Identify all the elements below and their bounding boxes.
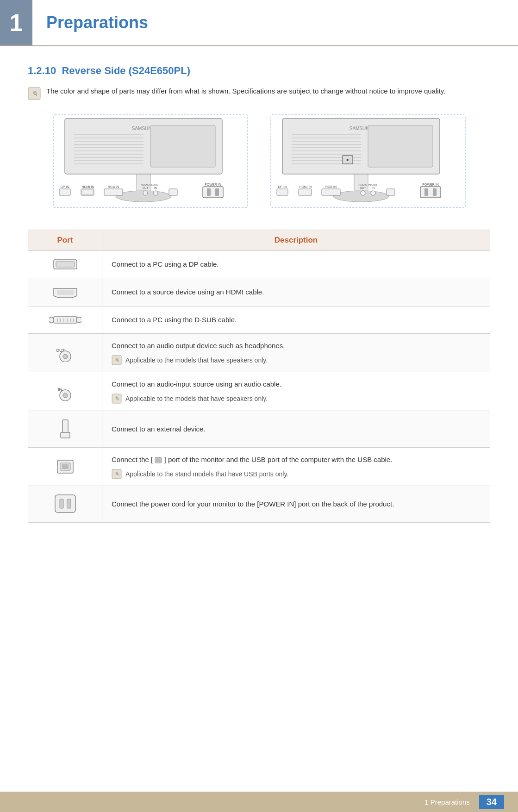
- svg-text:IN: IN: [154, 187, 157, 189]
- svg-point-87: [63, 393, 68, 398]
- svg-text:RGB IN: RGB IN: [107, 185, 119, 188]
- table-row: Connect the [ ] port of the monitor and …: [28, 447, 490, 486]
- diagram-left: SAMSUNG DP IN: [51, 114, 250, 211]
- svg-text:AUDIO IN/OUT: AUDIO IN/OUT: [141, 183, 160, 186]
- svg-text:OUT: OUT: [142, 187, 148, 189]
- chapter-number: 1: [0, 0, 32, 45]
- port-cell-dp: [28, 251, 102, 278]
- sub-note-icon-3: ✎: [112, 469, 122, 479]
- page-title: Preparations: [32, 0, 162, 45]
- port-cell-audio-in: IN: [28, 372, 102, 411]
- svg-rect-23: [104, 189, 123, 195]
- svg-text:AUDIO IN/OUT: AUDIO IN/OUT: [358, 183, 377, 186]
- svg-rect-101: [67, 499, 71, 508]
- desc-cell-hdmi: Connect to a source device using an HDMI…: [102, 278, 490, 306]
- table-row: Connect to a PC using a DP cable.: [28, 251, 490, 278]
- svg-rect-53: [277, 189, 288, 195]
- svg-rect-99: [55, 495, 75, 512]
- sub-note-usb-sq: ✎ Applicable to the stand models that ha…: [112, 469, 481, 479]
- table-row: IN Connect to an audio-input source usin…: [28, 372, 490, 411]
- svg-text:POWER IN: POWER IN: [205, 183, 221, 186]
- svg-text:OUT: OUT: [360, 187, 366, 189]
- svg-rect-66: [424, 188, 428, 196]
- sub-note-icon: ✎: [112, 355, 122, 365]
- svg-rect-48: [368, 125, 433, 167]
- svg-rect-96: [156, 458, 161, 462]
- svg-text:POWER IN: POWER IN: [422, 183, 438, 186]
- table-row: Connect to a source device using an HDMI…: [28, 278, 490, 306]
- svg-text:HDMI IN: HDMI IN: [299, 185, 312, 188]
- footer-text: 1 Preparations: [424, 798, 470, 806]
- page-header: 1 Preparations: [0, 0, 518, 46]
- port-cell-usb-sq: [28, 447, 102, 486]
- desc-cell-dp: Connect to a PC using a DP cable.: [102, 251, 490, 278]
- svg-text:HDMI IN: HDMI IN: [81, 185, 94, 188]
- svg-rect-16: [150, 125, 215, 167]
- svg-text:RGB IN: RGB IN: [325, 185, 336, 188]
- port-cell-rgb: [28, 306, 102, 334]
- svg-point-79: [76, 317, 81, 323]
- main-content: 1.2.10 Reverse Side (S24E650PL) ✎ The co…: [0, 46, 518, 560]
- svg-rect-65: [420, 187, 441, 198]
- audio-out-icon: OUT: [37, 344, 93, 362]
- svg-point-82: [63, 354, 68, 359]
- svg-rect-32: [207, 188, 211, 196]
- hdmi-port-icon: [37, 285, 93, 300]
- rgb-port-icon: [37, 313, 93, 327]
- desc-cell-audio-out: Connect to an audio output device such a…: [102, 334, 490, 372]
- svg-text:DP IN: DP IN: [60, 185, 69, 188]
- footer-page-number: 34: [479, 795, 504, 809]
- diagram-right: SAMSUNG ■ DP IN: [268, 114, 468, 211]
- note-text: The color and shape of parts may differ …: [46, 86, 445, 97]
- sub-note-audio-out: ✎ Applicable to the models that have spe…: [112, 355, 481, 365]
- col-desc-header: Description: [102, 230, 490, 251]
- usb-sq-icon: [37, 457, 93, 476]
- svg-text:✎: ✎: [31, 90, 37, 98]
- svg-rect-57: [322, 189, 340, 195]
- desc-cell-usb-ext: Connect to an external device.: [102, 411, 490, 447]
- dp-port-icon: [37, 257, 93, 271]
- svg-text:■: ■: [346, 158, 349, 162]
- svg-rect-29: [169, 189, 177, 195]
- svg-point-60: [361, 191, 365, 195]
- table-row: Connect the power cord for your monitor …: [28, 486, 490, 523]
- svg-rect-33: [215, 188, 219, 196]
- port-cell-usb: [28, 411, 102, 447]
- monitor-diagram-right: SAMSUNG ■ DP IN: [268, 114, 468, 211]
- svg-rect-100: [60, 499, 63, 508]
- page-footer: 1 Preparations 34: [0, 792, 518, 812]
- svg-rect-63: [387, 189, 395, 195]
- desc-cell-usb-sq: Connect the [ ] port of the monitor and …: [102, 447, 490, 486]
- table-row: Connect to a PC using the D-SUB cable.: [28, 306, 490, 334]
- sub-note-audio-in: ✎ Applicable to the models that have spe…: [112, 394, 481, 404]
- note-box: ✎ The color and shape of parts may diffe…: [28, 86, 490, 100]
- table-row: OUT Connect to an audio output device su…: [28, 334, 490, 372]
- desc-cell-power: Connect the power cord for your monitor …: [102, 486, 490, 523]
- sub-note-icon-2: ✎: [112, 394, 122, 404]
- svg-text:DP IN: DP IN: [278, 185, 287, 188]
- svg-rect-94: [62, 464, 69, 469]
- svg-text:✎: ✎: [114, 471, 119, 477]
- table-row: Connect to an external device.: [28, 411, 490, 447]
- power-in-icon: [37, 493, 93, 516]
- usb-ext-icon: [37, 418, 93, 441]
- monitor-diagram-left: SAMSUNG DP IN: [51, 114, 250, 211]
- svg-text:IN: IN: [372, 187, 374, 189]
- svg-rect-70: [57, 290, 74, 295]
- svg-rect-19: [59, 189, 70, 195]
- svg-point-26: [143, 191, 148, 195]
- diagrams-area: SAMSUNG DP IN: [28, 114, 490, 211]
- svg-rect-90: [62, 420, 68, 434]
- section-title: 1.2.10 Reverse Side (S24E650PL): [28, 65, 490, 77]
- svg-text:✎: ✎: [114, 395, 119, 402]
- port-table: Port Description Connect to a PC using a…: [28, 230, 490, 523]
- svg-text:✎: ✎: [114, 357, 119, 363]
- svg-rect-67: [433, 188, 437, 196]
- port-cell-power: [28, 486, 102, 523]
- audio-in-icon: IN: [37, 382, 93, 401]
- desc-cell-audio-in: Connect to an audio-input source using a…: [102, 372, 490, 411]
- svg-point-62: [371, 191, 375, 195]
- port-cell-hdmi: [28, 278, 102, 306]
- svg-rect-91: [61, 432, 70, 438]
- note-icon: ✎: [28, 87, 41, 100]
